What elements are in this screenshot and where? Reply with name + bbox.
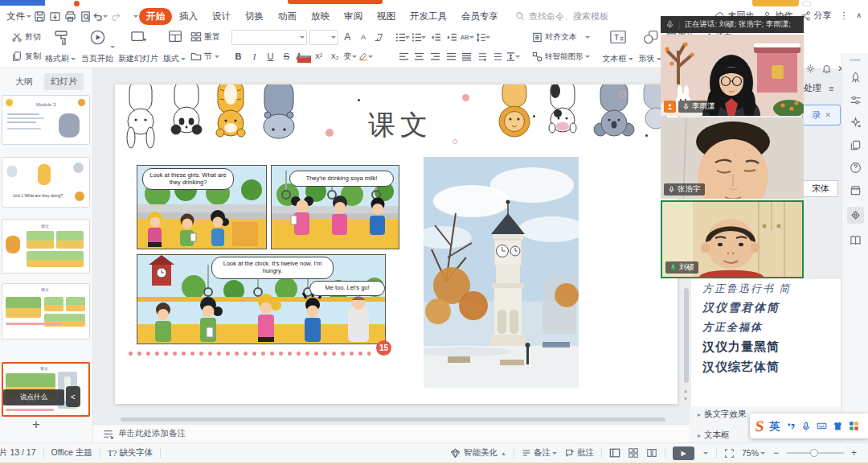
- slideshow-play-button[interactable]: ▶: [673, 446, 694, 460]
- align-text-button[interactable]: 对齐文本: [532, 29, 591, 45]
- slide-title[interactable]: 课文: [356, 107, 444, 144]
- play-from-page-button[interactable]: 当页开始: [79, 28, 116, 65]
- section-button[interactable]: 节: [190, 48, 220, 64]
- align-center-icon[interactable]: [413, 49, 427, 64]
- reset-button[interactable]: 重置: [190, 29, 220, 45]
- subscript-button[interactable]: X₂: [328, 49, 342, 64]
- text-effect-button[interactable]: 变: [344, 49, 358, 64]
- file-menu[interactable]: 文件: [3, 10, 32, 23]
- effects-star-icon[interactable]: [850, 117, 862, 129]
- slide-thumbnail-11[interactable]: 课文: [2, 219, 90, 274]
- tab-slideshow[interactable]: 放映: [304, 8, 337, 25]
- punctuation-icon[interactable]: [786, 422, 796, 431]
- comment-button[interactable]: 批注: [565, 447, 594, 459]
- smart-beautify-button[interactable]: 智能美化▲: [450, 447, 506, 459]
- decrease-font-icon[interactable]: A: [357, 30, 371, 44]
- tab-view[interactable]: 视图: [370, 8, 403, 25]
- slide-thumbnail-9[interactable]: Module 3: [2, 95, 90, 145]
- zoom-level[interactable]: 75%: [742, 448, 766, 458]
- design-tools-selected[interactable]: [847, 207, 864, 224]
- para-spacing-add-icon[interactable]: [476, 49, 489, 64]
- undo-icon[interactable]: [93, 9, 108, 24]
- decrease-indent-icon[interactable]: [429, 30, 443, 44]
- cut-button[interactable]: 剪切: [11, 29, 41, 45]
- align-right-icon[interactable]: [428, 49, 442, 64]
- text-direction-icon[interactable]: AB: [461, 30, 475, 44]
- font-list-item[interactable]: 汉仪综艺体简: [691, 357, 841, 377]
- textbox-button[interactable]: 文本框: [600, 28, 637, 65]
- video-participant-2[interactable]: 张浩宇: [661, 117, 804, 199]
- font-size-select[interactable]: [309, 30, 338, 45]
- save-icon[interactable]: [32, 9, 47, 24]
- comic-panel-2[interactable]: They're drinking soya milk!: [271, 165, 399, 249]
- zoom-in-icon[interactable]: +: [851, 447, 857, 459]
- notes-button[interactable]: 备注: [522, 447, 558, 459]
- fit-slide-icon[interactable]: [724, 448, 735, 459]
- comic-panel-3[interactable]: Look at the clock. It's twelve now. I'm …: [137, 254, 386, 344]
- zoom-slider[interactable]: [786, 452, 844, 454]
- record-tab-close-icon[interactable]: ✕: [825, 111, 831, 119]
- clock-tower-photo[interactable]: [424, 157, 579, 388]
- font-name-select[interactable]: [231, 30, 307, 45]
- tab-design[interactable]: 设计: [205, 8, 238, 25]
- next-slide-button[interactable]: ▼: [683, 396, 688, 402]
- adjust-sliders-icon[interactable]: [850, 94, 862, 106]
- tab-transition[interactable]: 切换: [238, 8, 271, 25]
- template-store-icon[interactable]: [850, 184, 862, 196]
- increase-indent-icon[interactable]: [445, 30, 459, 44]
- font-list-item[interactable]: 汉仪雪君体简: [691, 298, 841, 318]
- bold-button[interactable]: B: [231, 49, 245, 64]
- pane-menu-icon[interactable]: ≡: [829, 84, 833, 93]
- collapse-ribbon-icon[interactable]: ∧: [856, 11, 862, 19]
- soft-keyboard-icon[interactable]: [817, 421, 827, 431]
- highlight-button[interactable]: [360, 49, 374, 64]
- font-list-item[interactable]: 方正全福体: [691, 318, 841, 337]
- increase-font-icon[interactable]: A: [341, 30, 354, 44]
- command-search[interactable]: 查找命令、搜索模板: [515, 10, 608, 23]
- print-icon[interactable]: [63, 9, 78, 24]
- missing-font-indicator[interactable]: T?缺失字体: [108, 447, 154, 459]
- numbering-icon[interactable]: [413, 30, 427, 44]
- strikethrough-button[interactable]: S: [280, 49, 293, 64]
- tab-slides[interactable]: 幻灯片: [44, 73, 84, 90]
- distribute-icon[interactable]: [460, 49, 473, 64]
- slide-thumbnail-13-current[interactable]: 课文 说点什么 <: [2, 362, 90, 417]
- ime-mode-indicator[interactable]: 英: [770, 419, 780, 434]
- notes-bar[interactable]: 单击此处添加备注: [93, 424, 690, 442]
- tab-home[interactable]: 开始: [139, 8, 172, 25]
- skin-icon[interactable]: [833, 421, 843, 431]
- redo-icon[interactable]: [108, 9, 124, 24]
- toolbox-icon[interactable]: [849, 421, 859, 431]
- zoom-out-icon[interactable]: −: [773, 447, 779, 459]
- slide-sorter-icon[interactable]: [628, 447, 639, 459]
- record-tab[interactable]: 录 ✕: [802, 105, 841, 126]
- zoom-slider-knob[interactable]: [810, 449, 818, 457]
- help-icon[interactable]: [850, 162, 862, 174]
- reading-view-icon[interactable]: [646, 447, 657, 459]
- share-button[interactable]: 分享: [800, 10, 831, 22]
- add-slide-button[interactable]: +: [32, 417, 40, 433]
- normal-view-icon[interactable]: [609, 447, 620, 459]
- justify-icon[interactable]: [444, 49, 458, 64]
- comic-panel-1[interactable]: Look at these girls. What are they drink…: [137, 165, 267, 249]
- new-slide-button[interactable]: 新建幻灯片: [116, 28, 161, 65]
- gear-icon[interactable]: [805, 64, 816, 74]
- copy-button[interactable]: 复制: [11, 48, 41, 64]
- bell-icon[interactable]: [821, 64, 832, 74]
- line-spacing-icon[interactable]: [477, 30, 491, 44]
- voice-input-icon[interactable]: [801, 422, 811, 431]
- para-spacing-remove-icon[interactable]: [491, 49, 505, 64]
- tab-animation[interactable]: 动画: [271, 8, 304, 25]
- current-font-box[interactable]: 宋体: [803, 180, 838, 197]
- customize-toolbar-icon[interactable]: [124, 9, 139, 24]
- tab-developer[interactable]: 开发工具: [403, 8, 454, 25]
- slide-thumbnail-12[interactable]: 课文: [2, 283, 90, 339]
- format-painter-button[interactable]: 格式刷: [43, 28, 79, 65]
- export-icon[interactable]: [47, 9, 63, 24]
- tab-member[interactable]: 会员专享: [454, 8, 506, 25]
- video-participant-3-speaking[interactable]: 刘硕: [661, 200, 804, 278]
- theme-name[interactable]: Office 主题: [51, 447, 92, 459]
- duplicate-pages-icon[interactable]: [850, 139, 862, 151]
- collapse-meeting-button[interactable]: <: [66, 386, 80, 407]
- rail-drag-handle[interactable]: [850, 59, 861, 61]
